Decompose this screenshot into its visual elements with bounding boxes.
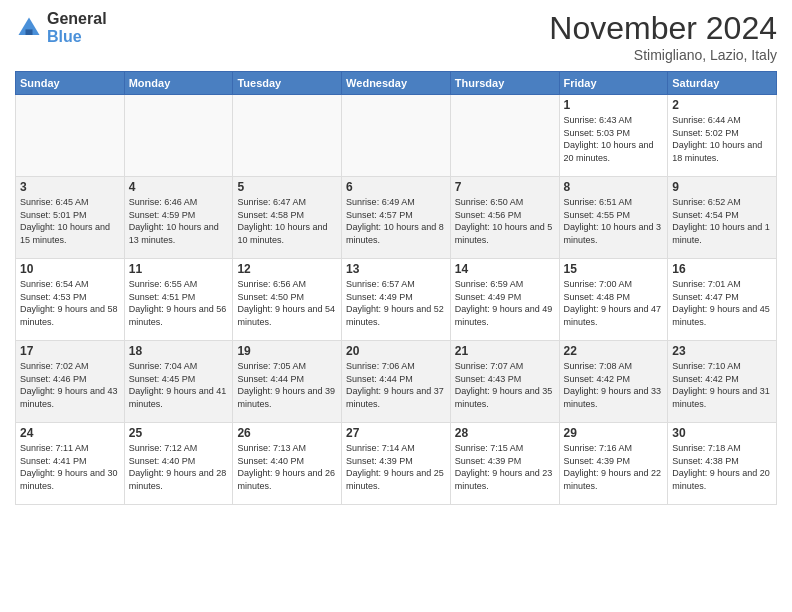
- calendar-cell: 7Sunrise: 6:50 AMSunset: 4:56 PMDaylight…: [450, 177, 559, 259]
- calendar-cell: 2Sunrise: 6:44 AMSunset: 5:02 PMDaylight…: [668, 95, 777, 177]
- day-number: 6: [346, 180, 446, 194]
- calendar-cell: [16, 95, 125, 177]
- day-number: 19: [237, 344, 337, 358]
- calendar-cell: 14Sunrise: 6:59 AMSunset: 4:49 PMDayligh…: [450, 259, 559, 341]
- day-info: Sunrise: 6:45 AMSunset: 5:01 PMDaylight:…: [20, 196, 120, 246]
- day-info: Sunrise: 7:04 AMSunset: 4:45 PMDaylight:…: [129, 360, 229, 410]
- day-number: 4: [129, 180, 229, 194]
- calendar: Sunday Monday Tuesday Wednesday Thursday…: [15, 71, 777, 505]
- day-number: 7: [455, 180, 555, 194]
- day-info: Sunrise: 7:18 AMSunset: 4:38 PMDaylight:…: [672, 442, 772, 492]
- day-number: 20: [346, 344, 446, 358]
- calendar-cell: 19Sunrise: 7:05 AMSunset: 4:44 PMDayligh…: [233, 341, 342, 423]
- day-number: 26: [237, 426, 337, 440]
- day-number: 16: [672, 262, 772, 276]
- calendar-cell: 16Sunrise: 7:01 AMSunset: 4:47 PMDayligh…: [668, 259, 777, 341]
- day-info: Sunrise: 7:15 AMSunset: 4:39 PMDaylight:…: [455, 442, 555, 492]
- calendar-cell: 8Sunrise: 6:51 AMSunset: 4:55 PMDaylight…: [559, 177, 668, 259]
- day-info: Sunrise: 7:06 AMSunset: 4:44 PMDaylight:…: [346, 360, 446, 410]
- calendar-week-row: 3Sunrise: 6:45 AMSunset: 5:01 PMDaylight…: [16, 177, 777, 259]
- day-info: Sunrise: 7:05 AMSunset: 4:44 PMDaylight:…: [237, 360, 337, 410]
- day-info: Sunrise: 7:11 AMSunset: 4:41 PMDaylight:…: [20, 442, 120, 492]
- day-number: 11: [129, 262, 229, 276]
- day-number: 28: [455, 426, 555, 440]
- col-saturday: Saturday: [668, 72, 777, 95]
- calendar-cell: 3Sunrise: 6:45 AMSunset: 5:01 PMDaylight…: [16, 177, 125, 259]
- day-number: 25: [129, 426, 229, 440]
- day-info: Sunrise: 7:16 AMSunset: 4:39 PMDaylight:…: [564, 442, 664, 492]
- day-info: Sunrise: 6:54 AMSunset: 4:53 PMDaylight:…: [20, 278, 120, 328]
- logo-general-text: General: [47, 10, 107, 28]
- col-wednesday: Wednesday: [342, 72, 451, 95]
- calendar-cell: 21Sunrise: 7:07 AMSunset: 4:43 PMDayligh…: [450, 341, 559, 423]
- day-number: 15: [564, 262, 664, 276]
- day-info: Sunrise: 6:50 AMSunset: 4:56 PMDaylight:…: [455, 196, 555, 246]
- calendar-cell: 24Sunrise: 7:11 AMSunset: 4:41 PMDayligh…: [16, 423, 125, 505]
- calendar-week-row: 24Sunrise: 7:11 AMSunset: 4:41 PMDayligh…: [16, 423, 777, 505]
- calendar-cell: [233, 95, 342, 177]
- calendar-cell: 13Sunrise: 6:57 AMSunset: 4:49 PMDayligh…: [342, 259, 451, 341]
- calendar-header: Sunday Monday Tuesday Wednesday Thursday…: [16, 72, 777, 95]
- calendar-cell: 20Sunrise: 7:06 AMSunset: 4:44 PMDayligh…: [342, 341, 451, 423]
- day-number: 9: [672, 180, 772, 194]
- day-number: 18: [129, 344, 229, 358]
- day-number: 17: [20, 344, 120, 358]
- day-info: Sunrise: 6:52 AMSunset: 4:54 PMDaylight:…: [672, 196, 772, 246]
- col-sunday: Sunday: [16, 72, 125, 95]
- day-info: Sunrise: 7:10 AMSunset: 4:42 PMDaylight:…: [672, 360, 772, 410]
- day-info: Sunrise: 7:01 AMSunset: 4:47 PMDaylight:…: [672, 278, 772, 328]
- calendar-cell: 27Sunrise: 7:14 AMSunset: 4:39 PMDayligh…: [342, 423, 451, 505]
- col-friday: Friday: [559, 72, 668, 95]
- calendar-cell: 17Sunrise: 7:02 AMSunset: 4:46 PMDayligh…: [16, 341, 125, 423]
- day-info: Sunrise: 7:12 AMSunset: 4:40 PMDaylight:…: [129, 442, 229, 492]
- day-number: 27: [346, 426, 446, 440]
- day-info: Sunrise: 7:07 AMSunset: 4:43 PMDaylight:…: [455, 360, 555, 410]
- day-info: Sunrise: 7:00 AMSunset: 4:48 PMDaylight:…: [564, 278, 664, 328]
- day-info: Sunrise: 6:47 AMSunset: 4:58 PMDaylight:…: [237, 196, 337, 246]
- day-info: Sunrise: 6:49 AMSunset: 4:57 PMDaylight:…: [346, 196, 446, 246]
- day-number: 24: [20, 426, 120, 440]
- header-row: Sunday Monday Tuesday Wednesday Thursday…: [16, 72, 777, 95]
- day-info: Sunrise: 7:02 AMSunset: 4:46 PMDaylight:…: [20, 360, 120, 410]
- title-section: November 2024 Stimigliano, Lazio, Italy: [549, 10, 777, 63]
- col-thursday: Thursday: [450, 72, 559, 95]
- calendar-cell: 23Sunrise: 7:10 AMSunset: 4:42 PMDayligh…: [668, 341, 777, 423]
- day-info: Sunrise: 6:43 AMSunset: 5:03 PMDaylight:…: [564, 114, 664, 164]
- day-info: Sunrise: 6:56 AMSunset: 4:50 PMDaylight:…: [237, 278, 337, 328]
- day-number: 29: [564, 426, 664, 440]
- day-number: 30: [672, 426, 772, 440]
- day-info: Sunrise: 6:59 AMSunset: 4:49 PMDaylight:…: [455, 278, 555, 328]
- day-number: 13: [346, 262, 446, 276]
- calendar-cell: 22Sunrise: 7:08 AMSunset: 4:42 PMDayligh…: [559, 341, 668, 423]
- day-number: 10: [20, 262, 120, 276]
- calendar-cell: 28Sunrise: 7:15 AMSunset: 4:39 PMDayligh…: [450, 423, 559, 505]
- logo: General Blue: [15, 10, 107, 46]
- day-number: 23: [672, 344, 772, 358]
- calendar-cell: 25Sunrise: 7:12 AMSunset: 4:40 PMDayligh…: [124, 423, 233, 505]
- day-number: 2: [672, 98, 772, 112]
- calendar-cell: 5Sunrise: 6:47 AMSunset: 4:58 PMDaylight…: [233, 177, 342, 259]
- col-monday: Monday: [124, 72, 233, 95]
- day-number: 22: [564, 344, 664, 358]
- logo-icon: [15, 14, 43, 42]
- calendar-cell: [342, 95, 451, 177]
- calendar-cell: 30Sunrise: 7:18 AMSunset: 4:38 PMDayligh…: [668, 423, 777, 505]
- logo-text: General Blue: [47, 10, 107, 46]
- location: Stimigliano, Lazio, Italy: [549, 47, 777, 63]
- day-info: Sunrise: 7:13 AMSunset: 4:40 PMDaylight:…: [237, 442, 337, 492]
- day-number: 14: [455, 262, 555, 276]
- day-info: Sunrise: 7:08 AMSunset: 4:42 PMDaylight:…: [564, 360, 664, 410]
- day-number: 12: [237, 262, 337, 276]
- svg-rect-1: [26, 29, 33, 35]
- calendar-cell: 6Sunrise: 6:49 AMSunset: 4:57 PMDaylight…: [342, 177, 451, 259]
- calendar-week-row: 17Sunrise: 7:02 AMSunset: 4:46 PMDayligh…: [16, 341, 777, 423]
- day-info: Sunrise: 6:57 AMSunset: 4:49 PMDaylight:…: [346, 278, 446, 328]
- calendar-cell: 9Sunrise: 6:52 AMSunset: 4:54 PMDaylight…: [668, 177, 777, 259]
- calendar-cell: [124, 95, 233, 177]
- header: General Blue November 2024 Stimigliano, …: [15, 10, 777, 63]
- calendar-cell: 29Sunrise: 7:16 AMSunset: 4:39 PMDayligh…: [559, 423, 668, 505]
- day-info: Sunrise: 6:51 AMSunset: 4:55 PMDaylight:…: [564, 196, 664, 246]
- day-number: 5: [237, 180, 337, 194]
- day-number: 3: [20, 180, 120, 194]
- calendar-week-row: 1Sunrise: 6:43 AMSunset: 5:03 PMDaylight…: [16, 95, 777, 177]
